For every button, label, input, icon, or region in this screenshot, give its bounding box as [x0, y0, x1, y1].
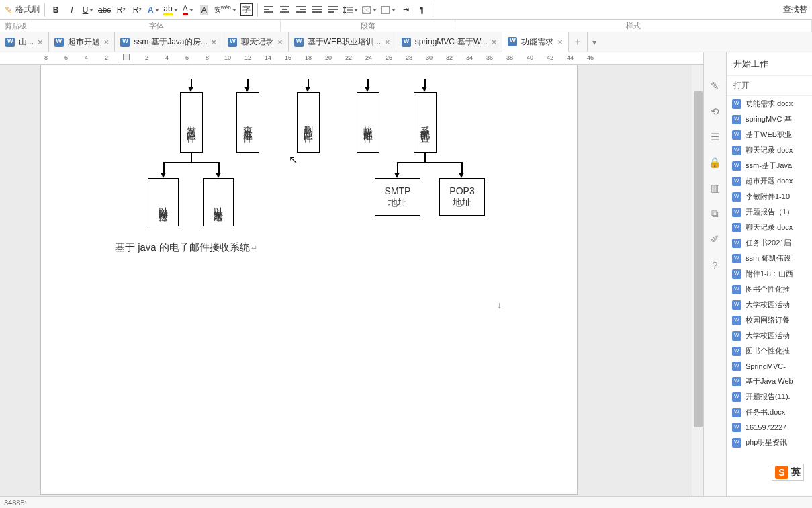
recent-file-item[interactable]: 功能需求.docx [727, 96, 812, 112]
file-name: 图书个性化推 [746, 346, 790, 356]
recent-file-item[interactable]: 基于WEB职业 [727, 127, 812, 142]
recent-file-item[interactable]: 大学校园活动 [727, 328, 812, 343]
document-tab[interactable]: 功能需求× [502, 32, 569, 52]
recent-file-item[interactable]: 超市开题.docx [727, 173, 812, 189]
italic-button[interactable]: I [64, 3, 79, 17]
document-tab[interactable]: ssm-基于Java的房...× [115, 32, 222, 52]
file-name: 功能需求.docx [746, 99, 793, 109]
subscript-button[interactable]: R2 [114, 3, 128, 17]
char-shading-button[interactable]: A [197, 3, 212, 17]
vertical-scrollbar[interactable] [692, 65, 703, 496]
recent-file-item[interactable]: ssm-基于Java [727, 158, 812, 173]
recent-file-item[interactable]: 开题报告(11). [727, 389, 812, 405]
recent-file-item[interactable]: 1615972227 [727, 420, 812, 435]
document-tab[interactable]: 基于WEB职业培训...× [289, 32, 396, 52]
document-tab[interactable]: springMVC-基于W...× [396, 32, 503, 52]
recent-file-item[interactable]: 聊天记录.docx [727, 142, 812, 158]
bold-button[interactable]: B [48, 3, 63, 17]
pinyin-button[interactable]: 安wēn [213, 3, 238, 17]
recent-files-list[interactable]: 功能需求.docxspringMVC-基基于WEB职业聊天记录.docxssm-… [727, 96, 812, 496]
shading-button[interactable] [361, 3, 378, 17]
recent-file-item[interactable]: springMVC-基 [727, 112, 812, 127]
superscript-button[interactable]: R2 [130, 3, 144, 17]
copy-icon[interactable]: ⧉ [709, 207, 722, 220]
editor-column: 8642246810121416182022242628303234363840… [0, 52, 703, 496]
recent-file-item[interactable]: 图书个性化推 [727, 343, 812, 359]
box-pop3: POP3 地址 [439, 178, 485, 216]
document-tab[interactable]: 山...× [0, 32, 49, 52]
scrollbar-thumb[interactable] [694, 91, 703, 427]
close-icon[interactable]: × [212, 37, 217, 47]
close-icon[interactable]: × [104, 37, 109, 47]
recent-file-item[interactable]: 任务书2021届 [727, 235, 812, 251]
line-spacing-button[interactable] [342, 3, 359, 17]
recent-file-item[interactable]: 基于Java Web [727, 374, 812, 389]
align-justify-button[interactable] [310, 3, 324, 17]
ruler-tick: 4 [85, 54, 88, 61]
close-icon[interactable]: × [557, 37, 563, 47]
edit-icon[interactable]: ✐ [709, 232, 722, 246]
close-icon[interactable]: × [385, 37, 390, 47]
word-doc-icon [732, 115, 741, 124]
panel-header: 开始工作 [727, 52, 812, 76]
recent-file-item[interactable]: 李敏附件1-10 [727, 189, 812, 204]
recent-file-item[interactable]: 图书个性化推 [727, 282, 812, 297]
document-tab[interactable]: 聊天记录× [222, 32, 289, 52]
tab-label: 基于WEB职业培训... [308, 36, 381, 48]
outline-icon[interactable]: ☰ [709, 130, 722, 144]
horizontal-ruler[interactable]: 8642246810121416182022242628303234363840… [0, 52, 703, 65]
format-painter-button[interactable]: ✎ 格式刷 [3, 3, 41, 17]
lock-icon[interactable]: 🔒 [709, 156, 722, 169]
word-doc-icon [402, 38, 411, 47]
recent-file-item[interactable]: 附件1-8：山西 [727, 266, 812, 282]
font-color-button[interactable]: A [181, 3, 195, 17]
close-icon[interactable]: × [277, 37, 283, 47]
show-marks-button[interactable]: ¶ [414, 3, 429, 17]
tools-icon[interactable]: ✎ [709, 79, 722, 93]
settings-icon[interactable]: ⟲ [709, 105, 722, 118]
word-doc-icon [294, 38, 304, 47]
document-tab[interactable]: 超市开题× [49, 32, 116, 52]
recent-file-item[interactable]: 校园网络订餐 [727, 312, 812, 328]
close-icon[interactable]: × [38, 37, 43, 47]
help-icon[interactable]: ? [709, 258, 722, 271]
separator [44, 3, 45, 17]
document-tabs: 山...×超市开题×ssm-基于Java的房...×聊天记录×基于WEB职业培训… [0, 32, 812, 52]
box-send-text: 以 发文 送本 [203, 178, 234, 226]
tab-add-button[interactable]: ＋ [569, 32, 588, 52]
enclose-button[interactable]: 字 [239, 3, 254, 17]
ruler-tick: 16 [285, 54, 291, 61]
strikethrough-button[interactable]: abc [97, 3, 112, 17]
main-area: 8642246810121416182022242628303234363840… [0, 52, 812, 496]
recent-file-item[interactable]: 大学校园活动 [727, 297, 812, 312]
borders-button[interactable] [379, 3, 397, 17]
recent-file-item[interactable]: 聊天记录.docx [727, 220, 812, 235]
highlight-button[interactable]: ab [162, 3, 179, 17]
tab-menu-button[interactable]: ▾ [588, 32, 601, 52]
recent-file-item[interactable]: 开题报告（1） [727, 204, 812, 220]
find-replace-button[interactable]: 查找替 [782, 3, 809, 17]
layers-icon[interactable]: ▥ [709, 181, 722, 195]
recent-file-item[interactable]: SpringMVC- [727, 359, 812, 374]
recent-file-item[interactable]: 任务书.docx [727, 405, 812, 420]
ruler-indent-marker[interactable] [123, 54, 130, 60]
align-left-button[interactable] [261, 3, 276, 17]
align-center-button[interactable] [277, 3, 292, 17]
side-icon-strip: ✎ ⟲ ☰ 🔒 ▥ ⧉ ✐ ? [703, 52, 726, 496]
word-doc-icon [732, 161, 741, 171]
ruler-tick: 46 [587, 54, 594, 61]
recent-file-item[interactable]: php明星资讯 [727, 435, 812, 450]
page-scroll-area[interactable]: 发 送 邮 件 查 看 邮 件 删 除 邮 件 接 收 邮 件 系 统 配 置 … [0, 65, 703, 496]
file-name: 超市开题.docx [746, 176, 793, 186]
arrow-down-icon [459, 173, 464, 178]
panel-open-label[interactable]: 打开 [727, 76, 812, 96]
align-right-button[interactable] [294, 3, 308, 17]
ime-indicator[interactable]: S 英 [772, 464, 804, 481]
tab-button[interactable]: ⇥ [398, 3, 413, 17]
align-distribute-button[interactable] [326, 3, 341, 17]
font-effects-button[interactable]: A [146, 3, 161, 17]
close-icon[interactable]: × [492, 37, 497, 47]
word-doc-icon [508, 37, 517, 46]
underline-button[interactable]: U [81, 3, 95, 17]
recent-file-item[interactable]: ssm-郁凯伟设 [727, 251, 812, 266]
